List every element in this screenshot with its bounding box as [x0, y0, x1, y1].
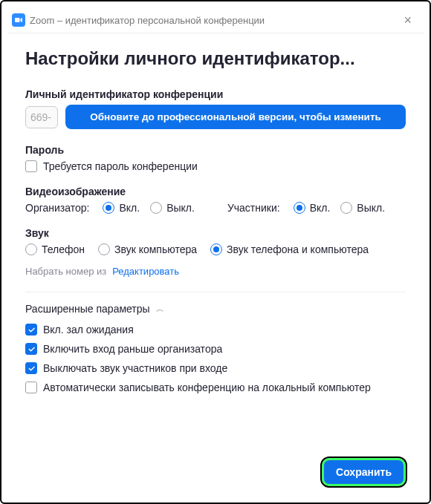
- advanced-item-label: Выключать звук участников при входе: [43, 362, 227, 374]
- advanced-checkbox-2[interactable]: [25, 362, 37, 374]
- video-participants-label: Участники:: [227, 202, 280, 214]
- audio-telephone-radio[interactable]: [25, 243, 37, 255]
- video-label: Видеоизображение: [25, 186, 406, 197]
- close-icon[interactable]: ×: [399, 12, 416, 28]
- pmi-input: [25, 106, 58, 128]
- advanced-item-label: Вкл. зал ожидания: [43, 324, 134, 336]
- audio-computer-label: Звук компьютера: [114, 243, 197, 255]
- save-button[interactable]: Сохранить: [322, 458, 406, 486]
- zoom-app-icon: [12, 13, 25, 27]
- upgrade-button[interactable]: Обновите до профессиональной версии, что…: [65, 105, 406, 129]
- advanced-toggle[interactable]: Расширенные параметры ︿: [25, 292, 406, 315]
- video-participants-on-label: Вкл.: [310, 202, 331, 214]
- dial-edit-link[interactable]: Редактировать: [112, 266, 179, 277]
- advanced-label: Расширенные параметры: [25, 303, 150, 315]
- video-host-on-label: Вкл.: [119, 202, 140, 214]
- video-host-off-label: Выкл.: [166, 202, 195, 214]
- require-password-checkbox[interactable]: [25, 160, 37, 172]
- titlebar: Zoom – идентификатор персональной конфер…: [7, 7, 424, 33]
- pmi-label: Личный идентификатор конференции: [25, 88, 406, 100]
- svg-rect-0: [15, 18, 20, 22]
- advanced-checkbox-3[interactable]: [25, 382, 37, 393]
- video-host-on-radio[interactable]: [103, 202, 114, 214]
- video-host-group: Вкл. Выкл.: [103, 202, 194, 214]
- video-host-label: Организатор:: [25, 202, 89, 214]
- audio-label: Звук: [25, 227, 406, 239]
- video-participants-off-label: Выкл.: [357, 202, 385, 214]
- audio-both-radio[interactable]: [210, 243, 222, 255]
- video-host-off-radio[interactable]: [150, 202, 162, 214]
- password-label: Пароль: [25, 144, 406, 156]
- window-title: Zoom – идентификатор персональной конфер…: [30, 15, 399, 26]
- advanced-checkbox-1[interactable]: [25, 343, 37, 355]
- audio-both-label: Звук телефона и компьютера: [227, 243, 369, 255]
- advanced-item-label: Автоматически записывать конференцию на …: [43, 382, 371, 393]
- advanced-checkbox-0[interactable]: [25, 324, 37, 336]
- video-participants-off-radio[interactable]: [340, 202, 352, 214]
- dial-from-label: Набрать номер из: [25, 266, 106, 277]
- video-participants-group: Вкл. Выкл.: [294, 202, 385, 214]
- chevron-up-icon: ︿: [156, 304, 164, 315]
- advanced-item-label: Включить вход раньше организатора: [43, 343, 222, 355]
- audio-computer-radio[interactable]: [98, 243, 110, 255]
- audio-telephone-label: Телефон: [42, 243, 85, 255]
- page-title: Настройки личного идентификатор...: [25, 48, 406, 69]
- video-participants-on-radio[interactable]: [294, 202, 305, 214]
- require-password-label: Требуется пароль конференции: [43, 160, 198, 172]
- advanced-options-list: Вкл. зал ожиданияВключить вход раньше ор…: [25, 324, 406, 401]
